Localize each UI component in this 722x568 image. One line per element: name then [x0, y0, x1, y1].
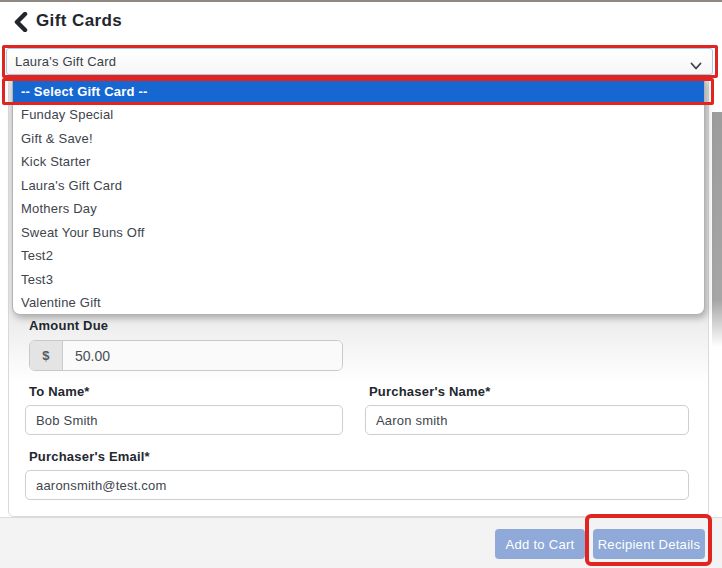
purchaser-name-label: Purchaser's Name* — [369, 384, 490, 399]
footer-bar: Add to Cart Recipient Details — [0, 517, 722, 568]
page-header: Gift Cards — [0, 2, 722, 42]
purchaser-email-label: Purchaser's Email* — [29, 449, 150, 464]
dropdown-option[interactable]: Gift & Save! — [13, 127, 704, 151]
to-name-input[interactable] — [25, 405, 343, 435]
dropdown-option[interactable]: Kick Starter — [13, 150, 704, 174]
amount-input-group: $ — [29, 340, 343, 371]
dropdown-shadow — [712, 112, 722, 347]
dropdown-option[interactable]: Valentine Gift — [13, 291, 704, 315]
purchaser-email-input[interactable] — [25, 470, 689, 500]
dropdown-option[interactable]: Test3 — [13, 268, 704, 292]
dropdown-option[interactable]: Sweat Your Buns Off — [13, 221, 704, 245]
back-button[interactable] — [12, 12, 32, 32]
gift-card-dropdown-list: -- Select Gift Card -- Funday Special Gi… — [12, 79, 705, 315]
chevron-down-icon — [690, 57, 702, 75]
chevron-left-icon — [12, 12, 32, 32]
dropdown-option-select-gift-card[interactable]: -- Select Gift Card -- — [13, 80, 704, 103]
gift-card-select[interactable]: Laura's Gift Card — [6, 48, 713, 75]
page-title: Gift Cards — [36, 11, 122, 31]
amount-input[interactable] — [63, 341, 342, 370]
dropdown-option[interactable]: Mothers Day — [13, 197, 704, 221]
recipient-details-button[interactable]: Recipient Details — [593, 529, 705, 559]
dropdown-option[interactable]: Test2 — [13, 244, 704, 268]
to-name-label: To Name* — [29, 384, 90, 399]
purchaser-name-input[interactable] — [365, 405, 689, 435]
gift-card-select-value: Laura's Gift Card — [7, 54, 116, 69]
dropdown-option[interactable]: Funday Special — [13, 103, 704, 127]
dropdown-option[interactable]: Laura's Gift Card — [13, 174, 704, 198]
add-to-cart-button[interactable]: Add to Cart — [495, 529, 585, 559]
amount-due-label: Amount Due — [29, 318, 108, 333]
currency-symbol: $ — [30, 341, 63, 370]
